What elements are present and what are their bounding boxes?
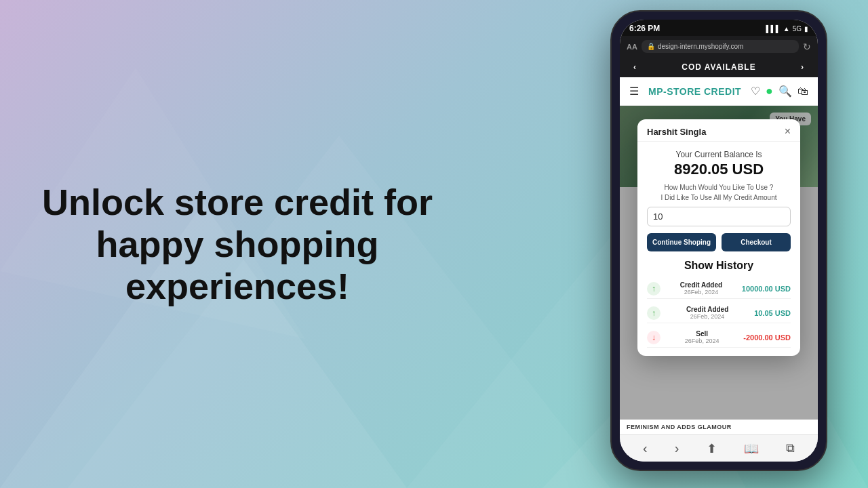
balance-amount: 8920.05 USD [647, 161, 791, 178]
history-arrow-down-3: ↓ [647, 331, 660, 344]
modal-user-name: Harshit Singla [647, 127, 706, 137]
history-amount-1: 10000.00 USD [742, 285, 791, 293]
wifi-icon: ▲ [783, 25, 790, 33]
lock-icon: 🔒 [647, 43, 655, 50]
credit-modal: Harshit Singla × Your Current Balance Is… [637, 119, 800, 356]
use-label: How Much Would You Like To Use ? [647, 184, 791, 191]
main-content: You Have Harshit Singla × Your Current B… [620, 106, 818, 434]
browser-back-button[interactable]: ‹ [643, 441, 648, 456]
whatsapp-icon[interactable]: ● [766, 84, 773, 98]
cod-banner: ‹ COD AVAILABLE › [620, 57, 818, 77]
cart-icon[interactable]: 🛍 [797, 85, 808, 98]
wishlist-icon[interactable]: ♡ [751, 85, 760, 98]
search-icon[interactable]: 🔍 [778, 85, 792, 98]
store-title: MP-STORE CREDIT [648, 86, 741, 97]
show-history-title: Show History [647, 260, 791, 272]
history-info-2: Credit Added 26Feb, 2024 [666, 306, 749, 320]
history-item: ↑ Credit Added 26Feb, 2024 10000.00 USD [647, 279, 791, 299]
browser-aa-label[interactable]: AA [627, 43, 637, 51]
menu-icon[interactable]: ☰ [629, 85, 639, 98]
credit-amount-input[interactable] [647, 207, 791, 226]
history-info-3: Sell 26Feb, 2024 [666, 330, 738, 344]
tabs-icon[interactable]: ⧉ [786, 441, 795, 455]
history-date-2: 26Feb, 2024 [666, 313, 749, 320]
browser-bar[interactable]: AA 🔒 design-intern.myshopify.com ↻ [620, 36, 818, 57]
continue-shopping-button[interactable]: Continue Shoping [647, 233, 716, 251]
history-date-3: 26Feb, 2024 [666, 338, 738, 344]
modal-header: Harshit Singla × [637, 119, 800, 142]
cod-right-arrow[interactable]: › [801, 62, 804, 72]
modal-overlay: Harshit Singla × Your Current Balance Is… [620, 106, 818, 434]
headline-line3: experiences! [125, 266, 349, 306]
headline: Unlock store credit for happy shopping e… [41, 181, 434, 307]
network-label: 5G [793, 25, 802, 33]
phone-screen: 6:26 PM ▌▌▌ ▲ 5G ▮ AA 🔒 design-intern.my… [620, 20, 818, 462]
headline-line1: Unlock store credit for [42, 182, 433, 222]
history-info-1: Credit Added 26Feb, 2024 [666, 281, 736, 296]
checkout-button[interactable]: Checkout [722, 233, 791, 251]
modal-buttons: Continue Shoping Checkout [647, 233, 791, 251]
modal-close-button[interactable]: × [785, 126, 791, 137]
history-item: ↑ Credit Added 26Feb, 2024 10.05 USD [647, 303, 791, 323]
history-type-1: Credit Added [666, 281, 736, 289]
phone-mockup: 6:26 PM ▌▌▌ ▲ 5G ▮ AA 🔒 design-intern.my… [610, 10, 827, 471]
modal-body: Your Current Balance Is 8920.05 USD How … [637, 142, 800, 356]
url-text: design-intern.myshopify.com [658, 43, 744, 50]
use-all-label: I Did Like To Use All My Credit Amount [647, 194, 791, 201]
battery-icon: ▮ [804, 25, 808, 33]
status-icons: ▌▌▌ ▲ 5G ▮ [766, 25, 808, 33]
signal-icon: ▌▌▌ [766, 25, 780, 33]
left-content: Unlock store credit for happy shopping e… [41, 181, 434, 307]
history-date-1: 26Feb, 2024 [666, 289, 736, 296]
store-bottom-text: FEMINISM AND ADDS GLAMOUR [620, 420, 818, 434]
history-amount-2: 10.05 USD [754, 309, 791, 317]
history-type-3: Sell [666, 330, 738, 338]
browser-forward-button[interactable]: › [675, 441, 679, 456]
browser-url-bar[interactable]: 🔒 design-intern.myshopify.com [642, 40, 799, 53]
cod-banner-text: COD AVAILABLE [682, 62, 755, 72]
nav-icons: ♡ ● 🔍 🛍 [751, 84, 808, 98]
status-time: 6:26 PM [629, 24, 660, 33]
balance-label: Your Current Balance Is [647, 150, 791, 159]
bookmark-icon[interactable]: 📖 [744, 441, 759, 456]
store-nav: ☰ MP-STORE CREDIT ♡ ● 🔍 🛍 [620, 77, 818, 106]
history-arrow-up-1: ↑ [647, 282, 660, 296]
cod-left-arrow[interactable]: ‹ [633, 62, 637, 72]
history-type-2: Credit Added [666, 306, 749, 313]
phone-shell: 6:26 PM ▌▌▌ ▲ 5G ▮ AA 🔒 design-intern.my… [610, 10, 827, 471]
phone-bottom-bar: ‹ › ⬆ 📖 ⧉ [620, 434, 818, 462]
status-bar: 6:26 PM ▌▌▌ ▲ 5G ▮ [620, 20, 818, 36]
reload-icon[interactable]: ↻ [803, 41, 811, 52]
history-arrow-up-2: ↑ [647, 306, 660, 320]
history-item: ↓ Sell 26Feb, 2024 -2000.00 USD [647, 327, 791, 348]
share-icon[interactable]: ⬆ [707, 441, 717, 456]
headline-line2: happy shopping [96, 224, 379, 264]
history-list: ↑ Credit Added 26Feb, 2024 10000.00 USD [647, 279, 791, 348]
history-amount-3: -2000.00 USD [743, 333, 791, 342]
